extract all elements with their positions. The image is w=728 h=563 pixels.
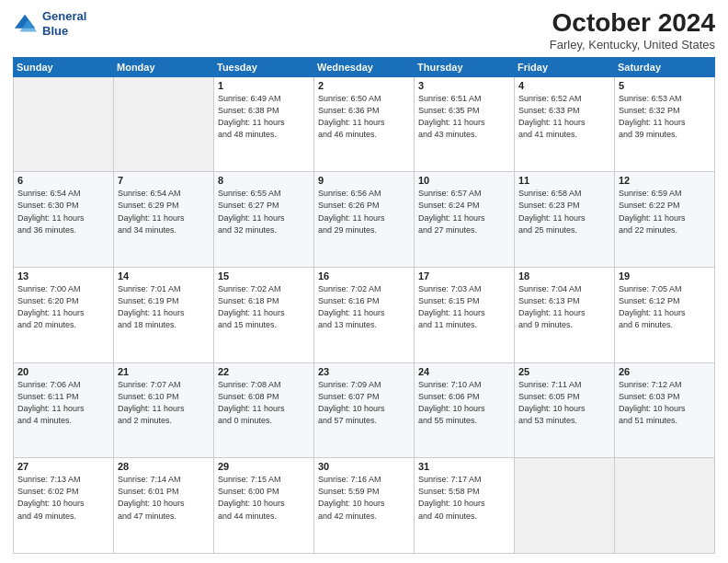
- calendar-cell: 27Sunrise: 7:13 AM Sunset: 6:02 PM Dayli…: [14, 458, 114, 554]
- day-number: 6: [17, 175, 109, 186]
- calendar-cell: 31Sunrise: 7:17 AM Sunset: 5:58 PM Dayli…: [415, 458, 515, 554]
- day-number: 22: [218, 366, 310, 377]
- day-info: Sunrise: 6:52 AM Sunset: 6:33 PM Dayligh…: [518, 93, 610, 141]
- day-number: 12: [619, 175, 711, 186]
- calendar-cell: 7Sunrise: 6:54 AM Sunset: 6:29 PM Daylig…: [114, 172, 214, 268]
- day-info: Sunrise: 6:56 AM Sunset: 6:26 PM Dayligh…: [318, 188, 410, 236]
- calendar-cell: 18Sunrise: 7:04 AM Sunset: 6:13 PM Dayli…: [515, 268, 615, 363]
- calendar-cell: 3Sunrise: 6:51 AM Sunset: 6:35 PM Daylig…: [415, 76, 515, 172]
- week-row-4: 27Sunrise: 7:13 AM Sunset: 6:02 PM Dayli…: [14, 458, 715, 554]
- calendar-cell: 14Sunrise: 7:01 AM Sunset: 6:19 PM Dayli…: [114, 268, 214, 363]
- day-number: 4: [518, 80, 610, 91]
- day-info: Sunrise: 6:53 AM Sunset: 6:32 PM Dayligh…: [619, 93, 711, 141]
- calendar-cell: 28Sunrise: 7:14 AM Sunset: 6:01 PM Dayli…: [114, 458, 214, 554]
- day-info: Sunrise: 6:55 AM Sunset: 6:27 PM Dayligh…: [218, 188, 310, 236]
- calendar-cell: 19Sunrise: 7:05 AM Sunset: 6:12 PM Dayli…: [615, 268, 715, 363]
- calendar-cell: 4Sunrise: 6:52 AM Sunset: 6:33 PM Daylig…: [515, 76, 615, 172]
- day-number: 21: [118, 366, 210, 377]
- day-info: Sunrise: 7:02 AM Sunset: 6:16 PM Dayligh…: [318, 283, 410, 331]
- day-info: Sunrise: 7:01 AM Sunset: 6:19 PM Dayligh…: [118, 283, 210, 331]
- weekday-sunday: Sunday: [14, 57, 114, 76]
- weekday-friday: Friday: [515, 57, 615, 76]
- day-info: Sunrise: 7:08 AM Sunset: 6:08 PM Dayligh…: [218, 379, 310, 427]
- day-number: 13: [17, 270, 109, 282]
- page: General Blue October 2024 Farley, Kentuc…: [0, 0, 728, 563]
- calendar-cell: 15Sunrise: 7:02 AM Sunset: 6:18 PM Dayli…: [214, 268, 314, 363]
- day-number: 23: [318, 366, 410, 377]
- logo-icon: [13, 11, 39, 37]
- day-number: 16: [318, 270, 410, 282]
- day-info: Sunrise: 7:09 AM Sunset: 6:07 PM Dayligh…: [318, 379, 410, 427]
- calendar-cell: 26Sunrise: 7:12 AM Sunset: 6:03 PM Dayli…: [615, 362, 715, 458]
- day-info: Sunrise: 7:13 AM Sunset: 6:02 PM Dayligh…: [17, 474, 109, 522]
- day-number: 28: [118, 461, 210, 472]
- day-number: 19: [619, 270, 711, 282]
- day-number: 8: [218, 175, 310, 186]
- calendar-cell: 21Sunrise: 7:07 AM Sunset: 6:10 PM Dayli…: [114, 362, 214, 458]
- day-info: Sunrise: 7:06 AM Sunset: 6:11 PM Dayligh…: [17, 379, 109, 427]
- weekday-header-row: SundayMondayTuesdayWednesdayThursdayFrid…: [14, 57, 715, 76]
- calendar-cell: 22Sunrise: 7:08 AM Sunset: 6:08 PM Dayli…: [214, 362, 314, 458]
- day-info: Sunrise: 7:02 AM Sunset: 6:18 PM Dayligh…: [218, 283, 310, 331]
- day-number: 31: [418, 461, 510, 472]
- day-info: Sunrise: 6:51 AM Sunset: 6:35 PM Dayligh…: [418, 93, 510, 141]
- calendar-cell: 17Sunrise: 7:03 AM Sunset: 6:15 PM Dayli…: [415, 268, 515, 363]
- calendar-cell: 2Sunrise: 6:50 AM Sunset: 6:36 PM Daylig…: [314, 76, 415, 172]
- logo-line2: Blue: [42, 24, 86, 39]
- day-info: Sunrise: 6:49 AM Sunset: 6:38 PM Dayligh…: [218, 93, 310, 141]
- calendar-cell: 9Sunrise: 6:56 AM Sunset: 6:26 PM Daylig…: [314, 172, 415, 268]
- calendar-cell: 25Sunrise: 7:11 AM Sunset: 6:05 PM Dayli…: [515, 362, 615, 458]
- calendar-cell: 10Sunrise: 6:57 AM Sunset: 6:24 PM Dayli…: [415, 172, 515, 268]
- calendar-cell: 8Sunrise: 6:55 AM Sunset: 6:27 PM Daylig…: [214, 172, 314, 268]
- calendar-cell: 1Sunrise: 6:49 AM Sunset: 6:38 PM Daylig…: [214, 76, 314, 172]
- day-info: Sunrise: 6:50 AM Sunset: 6:36 PM Dayligh…: [318, 93, 410, 141]
- day-info: Sunrise: 7:07 AM Sunset: 6:10 PM Dayligh…: [118, 379, 210, 427]
- day-info: Sunrise: 6:59 AM Sunset: 6:22 PM Dayligh…: [619, 188, 711, 236]
- day-number: 5: [619, 80, 711, 91]
- day-info: Sunrise: 7:15 AM Sunset: 6:00 PM Dayligh…: [218, 474, 310, 522]
- weekday-wednesday: Wednesday: [314, 57, 415, 76]
- title-block: October 2024 Farley, Kentucky, United St…: [550, 9, 715, 52]
- calendar-cell: 20Sunrise: 7:06 AM Sunset: 6:11 PM Dayli…: [14, 362, 114, 458]
- day-number: 24: [418, 366, 510, 377]
- day-number: 7: [118, 175, 210, 186]
- calendar-cell: 11Sunrise: 6:58 AM Sunset: 6:23 PM Dayli…: [515, 172, 615, 268]
- week-row-2: 13Sunrise: 7:00 AM Sunset: 6:20 PM Dayli…: [14, 268, 715, 363]
- week-row-1: 6Sunrise: 6:54 AM Sunset: 6:30 PM Daylig…: [14, 172, 715, 268]
- day-info: Sunrise: 7:14 AM Sunset: 6:01 PM Dayligh…: [118, 474, 210, 522]
- logo-line1: General: [42, 9, 86, 24]
- logo: General Blue: [13, 9, 86, 38]
- day-number: 17: [418, 270, 510, 282]
- day-info: Sunrise: 7:00 AM Sunset: 6:20 PM Dayligh…: [17, 283, 109, 331]
- day-number: 15: [218, 270, 310, 282]
- day-info: Sunrise: 7:17 AM Sunset: 5:58 PM Dayligh…: [418, 474, 510, 522]
- day-number: 10: [418, 175, 510, 186]
- day-info: Sunrise: 7:11 AM Sunset: 6:05 PM Dayligh…: [518, 379, 610, 427]
- day-number: 20: [17, 366, 109, 377]
- calendar-cell: 6Sunrise: 6:54 AM Sunset: 6:30 PM Daylig…: [14, 172, 114, 268]
- calendar-cell: [114, 76, 214, 172]
- day-number: 9: [318, 175, 410, 186]
- calendar-cell: 16Sunrise: 7:02 AM Sunset: 6:16 PM Dayli…: [314, 268, 415, 363]
- day-number: 3: [418, 80, 510, 91]
- day-info: Sunrise: 7:10 AM Sunset: 6:06 PM Dayligh…: [418, 379, 510, 427]
- day-info: Sunrise: 7:04 AM Sunset: 6:13 PM Dayligh…: [518, 283, 610, 331]
- calendar-cell: 24Sunrise: 7:10 AM Sunset: 6:06 PM Dayli…: [415, 362, 515, 458]
- weekday-monday: Monday: [114, 57, 214, 76]
- calendar-cell: 30Sunrise: 7:16 AM Sunset: 5:59 PM Dayli…: [314, 458, 415, 554]
- header: General Blue October 2024 Farley, Kentuc…: [13, 9, 715, 52]
- location: Farley, Kentucky, United States: [550, 38, 715, 52]
- weekday-saturday: Saturday: [615, 57, 715, 76]
- calendar-cell: [515, 458, 615, 554]
- day-number: 26: [619, 366, 711, 377]
- day-number: 1: [218, 80, 310, 91]
- calendar-cell: 13Sunrise: 7:00 AM Sunset: 6:20 PM Dayli…: [14, 268, 114, 363]
- day-info: Sunrise: 6:57 AM Sunset: 6:24 PM Dayligh…: [418, 188, 510, 236]
- day-info: Sunrise: 7:03 AM Sunset: 6:15 PM Dayligh…: [418, 283, 510, 331]
- calendar-cell: 29Sunrise: 7:15 AM Sunset: 6:00 PM Dayli…: [214, 458, 314, 554]
- day-number: 29: [218, 461, 310, 472]
- logo-text: General Blue: [42, 9, 86, 38]
- day-info: Sunrise: 6:58 AM Sunset: 6:23 PM Dayligh…: [518, 188, 610, 236]
- day-info: Sunrise: 7:16 AM Sunset: 5:59 PM Dayligh…: [318, 474, 410, 522]
- week-row-3: 20Sunrise: 7:06 AM Sunset: 6:11 PM Dayli…: [14, 362, 715, 458]
